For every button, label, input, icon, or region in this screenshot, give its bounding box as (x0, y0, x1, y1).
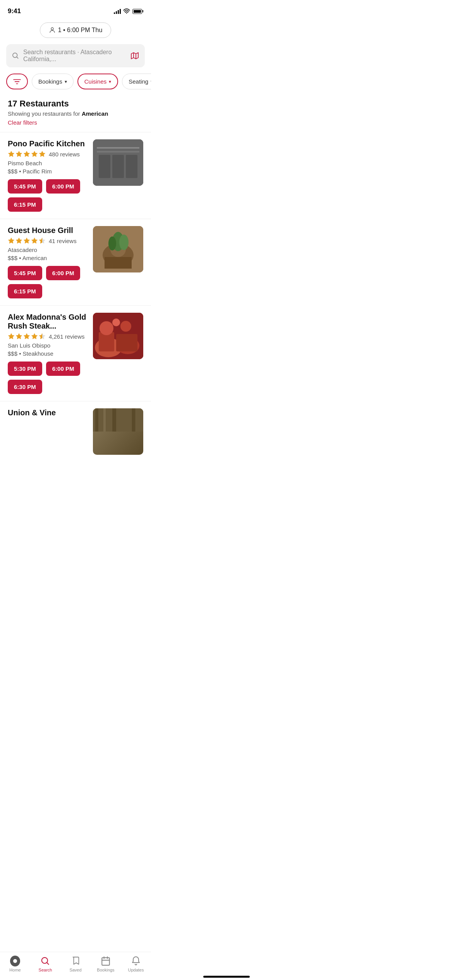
map-icon[interactable] (130, 51, 139, 60)
svg-marker-6 (32, 151, 38, 157)
restaurant-image (93, 139, 143, 186)
svg-rect-15 (129, 154, 140, 162)
time-slot-button[interactable]: 6:00 PM (46, 362, 81, 376)
svg-point-0 (126, 13, 127, 14)
seating-chevron-icon: ▾ (151, 79, 151, 84)
person-icon (49, 27, 56, 34)
star-rating (8, 333, 46, 340)
wifi-icon (123, 9, 130, 14)
guest-label: 1 • 6:00 PM Thu (58, 27, 103, 34)
time-slot-button[interactable]: 5:45 PM (8, 266, 42, 280)
time-slot-button[interactable]: 6:30 PM (8, 380, 42, 394)
svg-point-43 (100, 321, 113, 335)
svg-marker-33 (24, 334, 30, 339)
svg-rect-47 (93, 408, 143, 432)
search-icon (12, 52, 19, 60)
svg-marker-4 (16, 151, 22, 157)
guest-selector[interactable]: 1 • 6:00 PM Thu (0, 19, 151, 43)
restaurant-card[interactable]: Pono Pacific Kitchen 480 reviews Pismo B… (0, 132, 151, 219)
restaurant-name: Pono Pacific Kitchen (8, 139, 88, 148)
seating-filter-label: Seating (129, 78, 148, 85)
svg-marker-18 (16, 238, 22, 243)
svg-rect-11 (112, 153, 124, 180)
star-rating (8, 151, 46, 158)
svg-rect-8 (93, 139, 143, 186)
signal-icon (114, 9, 121, 14)
bookings-filter-label: Bookings (38, 78, 62, 85)
card-info: Alex Madonna's Gold Rush Steak... (8, 313, 88, 394)
time-slots: 5:45 PM 6:00 PM 6:15 PM (8, 266, 88, 298)
svg-rect-27 (105, 257, 132, 269)
svg-rect-12 (128, 153, 141, 180)
svg-rect-9 (93, 139, 143, 151)
results-count: 17 Restaurants (8, 99, 143, 109)
restaurant-name: Alex Madonna's Gold Rush Steak... (8, 313, 88, 331)
card-rating: 41 reviews (8, 237, 88, 244)
time-slot-button[interactable]: 5:45 PM (8, 179, 42, 194)
time-slot-button[interactable]: 6:00 PM (46, 266, 81, 280)
review-count: 41 reviews (49, 238, 77, 244)
bookings-filter[interactable]: Bookings ▾ (32, 74, 74, 89)
restaurant-card[interactable]: Guest House Grill (0, 219, 151, 305)
battery-icon (132, 9, 143, 14)
status-icons (114, 9, 143, 14)
results-subtitle: Showing you restaurants for American (8, 110, 143, 117)
svg-point-29 (108, 236, 116, 250)
clear-filters-button[interactable]: Clear filters (8, 119, 143, 126)
time-slot-button[interactable]: 6:00 PM (46, 179, 81, 194)
svg-rect-42 (116, 334, 137, 351)
cuisines-filter[interactable]: Cuisines ▾ (77, 74, 118, 89)
time-slot-button[interactable]: 5:30 PM (8, 362, 42, 376)
search-container: Search restaurants · Atascadero Californ… (0, 43, 151, 72)
restaurant-image (93, 313, 143, 359)
seating-filter[interactable]: Seating ▾ (122, 74, 151, 89)
restaurant-location: San Luis Obispo (8, 342, 88, 349)
search-placeholder: Search restaurants · Atascadero Californ… (23, 49, 126, 63)
results-header: 17 Restaurants Showing you restaurants f… (0, 96, 151, 132)
restaurant-list: Pono Pacific Kitchen 480 reviews Pismo B… (0, 132, 151, 455)
svg-marker-32 (16, 334, 22, 339)
restaurant-price-cuisine: $$$ • American (8, 255, 88, 261)
time-slots: 5:30 PM 6:00 PM 6:30 PM (8, 362, 88, 394)
cuisines-filter-label: Cuisines (84, 78, 107, 85)
filter-options-button[interactable] (6, 74, 28, 89)
time-slot-button[interactable]: 6:15 PM (8, 284, 42, 298)
svg-marker-17 (9, 238, 14, 243)
status-time: 9:41 (8, 7, 21, 15)
svg-marker-7 (39, 151, 45, 157)
svg-marker-20 (32, 238, 38, 243)
restaurant-name: Union & Vine (8, 408, 88, 417)
svg-rect-13 (98, 154, 108, 162)
card-info: Guest House Grill (8, 226, 88, 298)
card-info: Pono Pacific Kitchen 480 reviews Pismo B… (8, 139, 88, 212)
time-slots: 5:45 PM 6:00 PM 6:15 PM (8, 179, 88, 212)
svg-rect-14 (113, 154, 123, 162)
svg-point-45 (112, 319, 120, 326)
card-rating: 4,261 reviews (8, 333, 88, 340)
svg-marker-19 (24, 238, 30, 243)
restaurant-price-cuisine: $$$ • Pacific Rim (8, 168, 88, 175)
time-slot-button[interactable]: 6:15 PM (8, 197, 42, 212)
filter-row: Bookings ▾ Cuisines ▾ Seating ▾ (0, 72, 151, 96)
restaurant-location: Atascadero (8, 247, 88, 253)
search-bar[interactable]: Search restaurants · Atascadero Californ… (6, 44, 145, 67)
review-count: 4,261 reviews (49, 333, 85, 340)
bookings-chevron-icon: ▾ (65, 79, 67, 84)
star-rating (8, 237, 46, 244)
svg-rect-10 (97, 153, 108, 180)
svg-marker-31 (9, 334, 14, 339)
restaurant-image (93, 408, 143, 455)
status-bar: 9:41 (0, 0, 151, 19)
restaurant-price-cuisine: $$$ • Steakhouse (8, 350, 88, 357)
svg-marker-34 (32, 334, 38, 339)
cuisines-chevron-icon: ▾ (109, 79, 111, 84)
restaurant-name: Guest House Grill (8, 226, 88, 235)
svg-point-1 (51, 27, 53, 30)
restaurant-location: Pismo Beach (8, 160, 88, 166)
restaurant-card[interactable]: Union & Vine (0, 401, 151, 455)
card-info: Union & Vine (8, 408, 88, 455)
restaurant-card[interactable]: Alex Madonna's Gold Rush Steak... (0, 305, 151, 401)
svg-point-30 (119, 235, 129, 250)
card-rating: 480 reviews (8, 151, 88, 158)
svg-marker-5 (24, 151, 30, 157)
